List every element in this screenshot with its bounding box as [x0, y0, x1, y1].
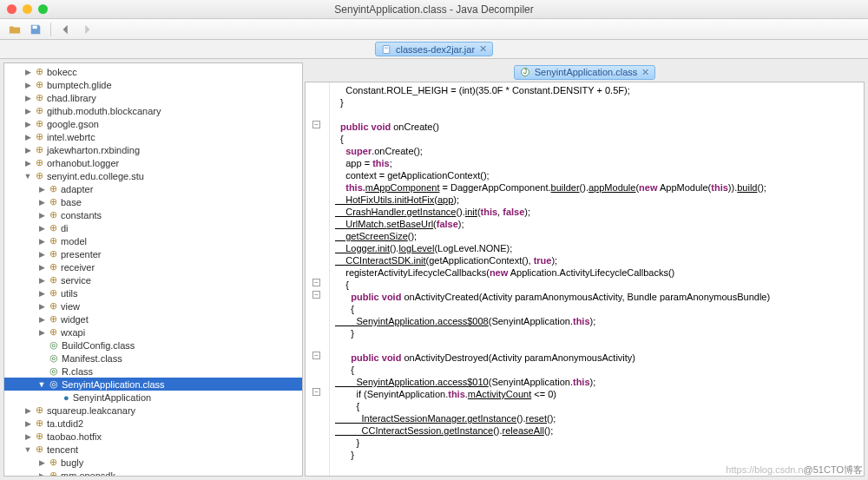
- watermark: https://blog.csdn.n@51CTO博客: [726, 464, 863, 477]
- tree-node-model[interactable]: ▶⊕model: [4, 234, 302, 247]
- forward-button[interactable]: [77, 21, 96, 38]
- tree-node-github-moduth-blockcanary[interactable]: ▶⊕github.moduth.blockcanary: [4, 104, 302, 117]
- tree-node-squareup-leakcanary[interactable]: ▶⊕squareup.leakcanary: [4, 404, 302, 417]
- tree-node-SenyintApplication-class[interactable]: ▼◎SenyintApplication.class: [4, 378, 302, 391]
- tree-node-wxapi[interactable]: ▶⊕wxapi: [4, 325, 302, 339]
- fold-toggle[interactable]: −: [312, 121, 320, 128]
- fold-toggle[interactable]: −: [312, 291, 320, 299]
- tree-node-jakewharton-rxbinding[interactable]: ▶⊕jakewharton.rxbinding: [4, 143, 302, 156]
- jar-icon: [381, 44, 391, 55]
- tree-node-bumptech-glide[interactable]: ▶⊕bumptech.glide: [4, 78, 302, 91]
- tree-node-chad-library[interactable]: ▶⊕chad.library: [4, 91, 302, 104]
- tree-node-BuildConfig-class[interactable]: ◎BuildConfig.class: [4, 339, 302, 352]
- code-editor[interactable]: − − − − − Constant.ROLE_HEIGH = (int)(35…: [305, 82, 865, 477]
- tree-node-mm-opensdk[interactable]: ▶⊕mm.opensdk: [4, 469, 302, 477]
- tree-node-bokecc[interactable]: ▶⊕bokecc: [4, 65, 302, 78]
- toolbar-separator: [50, 23, 51, 36]
- fold-toggle[interactable]: −: [312, 279, 320, 286]
- tree-node-Manifest-class[interactable]: ◎Manifest.class: [4, 352, 302, 365]
- tree-node-intel-webrtc[interactable]: ▶⊕intel.webrtc: [4, 130, 302, 143]
- gutter: − − − − −: [306, 82, 330, 476]
- tree-node-google-gson[interactable]: ▶⊕google.gson: [4, 117, 302, 130]
- window-title: SenyintApplication.class - Java Decompil…: [0, 3, 868, 16]
- svg-rect-2: [385, 47, 389, 48]
- tree-node-R-class[interactable]: ◎R.class: [4, 365, 302, 378]
- tree-node-taobao-hotfix[interactable]: ▶⊕taobao.hotfix: [4, 430, 302, 443]
- close-tab-icon[interactable]: ✕: [479, 43, 487, 55]
- tree-node-SenyintApplication[interactable]: ●SenyintApplication: [4, 391, 302, 404]
- tree-node-widget[interactable]: ▶⊕widget: [4, 312, 302, 325]
- tree-node-presenter[interactable]: ▶⊕presenter: [4, 247, 302, 260]
- tree-node-senyint-edu-college-stu[interactable]: ▼⊕senyint.edu.college.stu: [4, 169, 302, 182]
- back-button[interactable]: [56, 21, 76, 38]
- tab-senyintapplication[interactable]: J SenyintApplication.class ✕: [514, 65, 656, 80]
- tree-node-view[interactable]: ▶⊕view: [4, 299, 302, 312]
- svg-text:J: J: [523, 68, 527, 76]
- tree-node-receiver[interactable]: ▶⊕receiver: [4, 260, 302, 273]
- tab-label: classes-dex2jar.jar: [396, 44, 475, 55]
- editor-tab-label: SenyintApplication.class: [535, 67, 638, 77]
- fold-toggle[interactable]: −: [312, 388, 320, 396]
- source-code: Constant.ROLE_HEIGH = (int)(35.0F * Cons…: [306, 82, 864, 477]
- tree-node-adapter[interactable]: ▶⊕adapter: [4, 182, 302, 195]
- tree-node-orhanobut-logger[interactable]: ▶⊕orhanobut.logger: [4, 156, 302, 169]
- tree-node-service[interactable]: ▶⊕service: [4, 273, 302, 286]
- svg-rect-0: [33, 25, 37, 29]
- fold-toggle[interactable]: −: [312, 352, 320, 359]
- file-tabbar: classes-dex2jar.jar ✕: [0, 40, 868, 59]
- tree-node-tencent[interactable]: ▼⊕tencent: [4, 443, 302, 456]
- save-button[interactable]: [26, 21, 45, 38]
- tree-node-ta-utdid2[interactable]: ▶⊕ta.utdid2: [4, 417, 302, 430]
- tree-node-base[interactable]: ▶⊕base: [4, 195, 302, 208]
- tree-node-utils[interactable]: ▶⊕utils: [4, 286, 302, 299]
- tree-node-constants[interactable]: ▶⊕constants: [4, 208, 302, 221]
- class-icon: J: [520, 67, 530, 77]
- close-tab-icon[interactable]: ✕: [641, 67, 649, 78]
- titlebar: SenyintApplication.class - Java Decompil…: [0, 0, 868, 19]
- open-file-button[interactable]: [5, 21, 24, 38]
- editor-tabbar: J SenyintApplication.class ✕: [305, 62, 865, 82]
- svg-rect-1: [383, 45, 390, 53]
- tab-classes-dex2jar[interactable]: classes-dex2jar.jar ✕: [375, 42, 493, 56]
- tree-node-bugly[interactable]: ▶⊕bugly: [4, 456, 302, 469]
- toolbar: [0, 19, 868, 40]
- package-tree[interactable]: ▶⊕bokecc▶⊕bumptech.glide▶⊕chad.library▶⊕…: [3, 62, 303, 477]
- tree-node-di[interactable]: ▶⊕di: [4, 221, 302, 234]
